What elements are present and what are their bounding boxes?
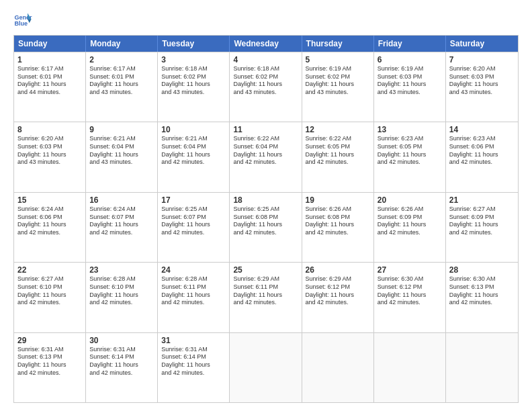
day-info-line: Sunset: 6:02 PM	[233, 73, 298, 81]
day-number: 25	[233, 265, 298, 275]
day-info-line: Sunrise: 6:27 AM	[17, 275, 82, 283]
header-day-friday: Friday	[374, 36, 446, 52]
day-cell-19: 19Sunrise: 6:26 AMSunset: 6:08 PMDayligh…	[302, 193, 374, 262]
day-info-line: and 42 minutes.	[306, 229, 370, 237]
day-number: 30	[89, 336, 154, 345]
day-info-line: Daylight: 11 hours	[449, 81, 515, 89]
day-cell-27: 27Sunrise: 6:30 AMSunset: 6:12 PMDayligh…	[374, 263, 446, 332]
day-info-line: and 42 minutes.	[233, 299, 298, 307]
day-number: 21	[449, 195, 515, 205]
day-info-line: Sunset: 6:01 PM	[89, 73, 154, 81]
day-info-line: Daylight: 11 hours	[378, 151, 442, 159]
day-cell-20: 20Sunrise: 6:26 AMSunset: 6:09 PMDayligh…	[374, 193, 446, 262]
day-cell-14: 14Sunrise: 6:23 AMSunset: 6:06 PMDayligh…	[446, 122, 518, 191]
day-cell-11: 11Sunrise: 6:22 AMSunset: 6:04 PMDayligh…	[230, 122, 302, 191]
week-row-3: 15Sunrise: 6:24 AMSunset: 6:06 PMDayligh…	[14, 192, 518, 262]
day-info-line: Sunrise: 6:19 AM	[378, 65, 442, 73]
day-number: 26	[306, 265, 370, 275]
day-info-line: Sunset: 6:04 PM	[161, 143, 226, 151]
day-info-line: Sunrise: 6:19 AM	[306, 65, 370, 73]
day-info-line: Sunset: 6:13 PM	[449, 283, 515, 291]
day-info-line: Sunset: 6:09 PM	[378, 214, 442, 222]
day-cell-15: 15Sunrise: 6:24 AMSunset: 6:06 PMDayligh…	[14, 193, 86, 262]
day-info-line: Sunrise: 6:31 AM	[17, 346, 82, 354]
day-info-line: and 42 minutes.	[449, 299, 515, 307]
day-cell-18: 18Sunrise: 6:25 AMSunset: 6:08 PMDayligh…	[230, 193, 302, 262]
svg-text:Blue: Blue	[14, 20, 28, 27]
day-info-line: Daylight: 11 hours	[161, 151, 226, 159]
day-info-line: and 42 minutes.	[306, 299, 370, 307]
empty-cell	[302, 333, 374, 402]
day-info-line: Daylight: 11 hours	[89, 291, 154, 300]
day-info-line: Sunrise: 6:17 AM	[17, 65, 82, 73]
day-cell-2: 2Sunrise: 6:17 AMSunset: 6:01 PMDaylight…	[86, 52, 158, 122]
empty-cell	[446, 333, 518, 402]
day-cell-4: 4Sunrise: 6:18 AMSunset: 6:02 PMDaylight…	[230, 52, 302, 122]
day-number: 24	[161, 265, 226, 275]
day-info-line: Sunset: 6:02 PM	[306, 73, 370, 81]
week-row-5: 29Sunrise: 6:31 AMSunset: 6:13 PMDayligh…	[14, 332, 518, 402]
day-info-line: Sunset: 6:12 PM	[306, 283, 370, 291]
day-number: 16	[89, 195, 154, 205]
header: General Blue	[13, 11, 519, 30]
day-number: 17	[161, 195, 226, 205]
day-info-line: Daylight: 11 hours	[161, 81, 226, 89]
day-info-line: Sunrise: 6:18 AM	[233, 65, 298, 73]
day-info-line: Sunset: 6:14 PM	[89, 353, 154, 361]
day-info-line: Sunrise: 6:25 AM	[233, 205, 298, 214]
day-info-line: Sunrise: 6:29 AM	[233, 275, 298, 283]
day-info-line: Daylight: 11 hours	[17, 361, 82, 369]
day-info-line: and 42 minutes.	[161, 229, 226, 237]
week-row-4: 22Sunrise: 6:27 AMSunset: 6:10 PMDayligh…	[14, 262, 518, 332]
day-info-line: and 42 minutes.	[17, 229, 82, 237]
day-info-line: Sunrise: 6:24 AM	[17, 205, 82, 214]
day-number: 13	[378, 125, 442, 134]
day-info-line: Daylight: 11 hours	[89, 221, 154, 229]
day-info-line: Daylight: 11 hours	[161, 221, 226, 229]
day-info-line: and 42 minutes.	[378, 158, 442, 167]
day-cell-7: 7Sunrise: 6:20 AMSunset: 6:03 PMDaylight…	[446, 52, 518, 122]
day-number: 8	[17, 125, 82, 134]
day-number: 6	[378, 55, 442, 64]
day-info-line: Sunset: 6:11 PM	[233, 283, 298, 291]
day-info-line: Sunset: 6:04 PM	[233, 143, 298, 151]
day-info-line: and 42 minutes.	[89, 369, 154, 377]
day-cell-13: 13Sunrise: 6:23 AMSunset: 6:05 PMDayligh…	[374, 122, 446, 191]
day-cell-28: 28Sunrise: 6:30 AMSunset: 6:13 PMDayligh…	[446, 263, 518, 332]
day-info-line: Sunrise: 6:31 AM	[89, 346, 154, 354]
day-info-line: Sunset: 6:10 PM	[17, 283, 82, 291]
day-info-line: Sunset: 6:13 PM	[17, 353, 82, 361]
day-info-line: and 42 minutes.	[378, 299, 442, 307]
day-info-line: Sunrise: 6:21 AM	[161, 135, 226, 143]
day-info-line: Sunset: 6:14 PM	[161, 353, 226, 361]
day-cell-3: 3Sunrise: 6:18 AMSunset: 6:02 PMDaylight…	[158, 52, 230, 122]
day-number: 22	[17, 265, 82, 275]
day-info-line: Sunset: 6:07 PM	[161, 214, 226, 222]
day-number: 4	[233, 55, 298, 64]
day-info-line: Sunset: 6:03 PM	[378, 73, 442, 81]
day-number: 5	[306, 55, 370, 64]
day-cell-25: 25Sunrise: 6:29 AMSunset: 6:11 PMDayligh…	[230, 263, 302, 332]
day-info-line: Sunset: 6:03 PM	[449, 73, 515, 81]
day-info-line: and 43 minutes.	[378, 89, 442, 97]
day-info-line: and 42 minutes.	[306, 158, 370, 167]
day-info-line: Daylight: 11 hours	[233, 291, 298, 300]
day-info-line: and 43 minutes.	[89, 89, 154, 97]
day-cell-17: 17Sunrise: 6:25 AMSunset: 6:07 PMDayligh…	[158, 193, 230, 262]
day-info-line: Daylight: 11 hours	[306, 151, 370, 159]
day-number: 29	[17, 336, 82, 345]
header-day-monday: Monday	[86, 36, 158, 52]
day-info-line: Daylight: 11 hours	[378, 291, 442, 300]
day-number: 31	[161, 336, 226, 345]
day-info-line: and 42 minutes.	[233, 158, 298, 167]
day-number: 7	[449, 55, 515, 64]
week-row-2: 8Sunrise: 6:20 AMSunset: 6:03 PMDaylight…	[14, 122, 518, 191]
svg-marker-3	[28, 19, 32, 24]
day-info-line: Sunset: 6:08 PM	[233, 214, 298, 222]
day-info-line: Daylight: 11 hours	[233, 81, 298, 89]
day-info-line: Sunset: 6:05 PM	[378, 143, 442, 151]
week-row-1: 1Sunrise: 6:17 AMSunset: 6:01 PMDaylight…	[14, 52, 518, 122]
logo-icon: General Blue	[13, 11, 32, 30]
day-cell-30: 30Sunrise: 6:31 AMSunset: 6:14 PMDayligh…	[86, 333, 158, 402]
day-cell-8: 8Sunrise: 6:20 AMSunset: 6:03 PMDaylight…	[14, 122, 86, 191]
